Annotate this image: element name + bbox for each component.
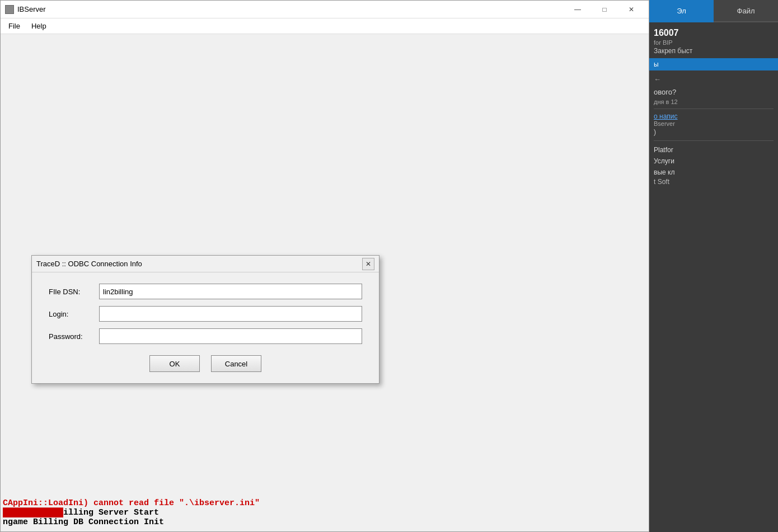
log-redacted: ████████████ [3,508,63,517]
rp-soft: t Soft [654,178,774,186]
rp-clients[interactable]: вые кл [654,167,774,178]
rp-platform[interactable]: Platfor [654,144,774,156]
minimize-button[interactable]: — [565,2,590,17]
rp-for-label: for BIP [654,39,774,46]
rp-link[interactable]: о напис [654,112,774,120]
password-input[interactable] [99,328,362,344]
log-area: CAppIni::LoadIni) cannot read file ".\ib… [1,494,649,531]
file-dsn-input[interactable] [99,284,362,299]
app-icon [5,5,14,14]
rp-question: ового? [654,86,774,98]
ok-button[interactable]: OK [149,355,200,372]
right-panel-content: 16007 for BIP Закреп быст ы ← ового? дня… [649,22,778,532]
dialog-body: FIle DSN: Login: Password: OK Cancel [32,272,379,383]
tab-file[interactable]: Файл [714,0,778,22]
right-panel-header: Эл Файл [649,0,778,22]
log-text-1: CAppIni::LoadIni) cannot read file ".\ib… [3,498,260,508]
log-line-1: CAppIni::LoadIni) cannot read file ".\ib… [3,498,646,508]
odbc-connection-dialog: TraceD :: ODBC Connection Info ✕ FIle DS… [31,255,379,384]
dialog-close-button[interactable]: ✕ [362,258,374,270]
dialog-overlay: TraceD :: ODBC Connection Info ✕ FIle DS… [1,34,649,531]
cancel-button[interactable]: Cancel [211,355,261,372]
rp-server-label: Bserver [654,120,774,127]
log-line-3: ngame Billing DB Connection Init [3,517,646,527]
content-area: TraceD :: ODBC Connection Info ✕ FIle DS… [1,34,649,531]
login-row: Login: [49,306,362,322]
back-arrow-icon: ← [654,75,661,83]
title-bar-controls: — □ ✕ [565,2,644,17]
close-button[interactable]: ✕ [618,2,644,17]
rp-divider-1 [654,109,774,109]
password-label: Password: [49,332,99,341]
password-row: Password: [49,328,362,344]
title-bar-left: IBServer [5,5,46,14]
app-title: IBServer [17,5,46,13]
main-window: IBServer — □ ✕ File Help TraceD :: ODBC … [0,0,649,532]
rp-divider-2 [654,140,774,141]
rp-services[interactable]: Услуги [654,156,774,167]
rp-paren: ) [654,127,774,137]
menu-bar: File Help [1,18,649,34]
dialog-title-bar: TraceD :: ODBC Connection Info ✕ [32,256,379,272]
dialog-buttons: OK Cancel [49,355,362,372]
tab-el[interactable]: Эл [649,0,714,22]
rp-number: 16007 [654,27,774,39]
rp-blue-bar: ы [649,58,778,70]
login-input[interactable] [99,306,362,322]
log-text-2: illing Server Start [63,508,159,517]
right-panel: Эл Файл 16007 for BIP Закреп быст ы ← ов… [649,0,778,532]
log-line-2: ████████████illing Server Start [3,508,646,517]
file-dsn-label: FIle DSN: [49,288,99,296]
dialog-title: TraceD :: ODBC Connection Info [36,260,142,268]
file-dsn-row: FIle DSN: [49,284,362,299]
menu-help[interactable]: Help [26,20,52,32]
rp-time: дня в 12 [654,98,774,105]
maximize-button[interactable]: □ [592,2,617,17]
rp-zakrp-text: Закреп быст [654,46,774,56]
title-bar: IBServer — □ ✕ [1,1,649,18]
menu-file[interactable]: File [3,20,26,32]
login-label: Login: [49,310,99,318]
rp-back-button[interactable]: ← [654,73,774,86]
